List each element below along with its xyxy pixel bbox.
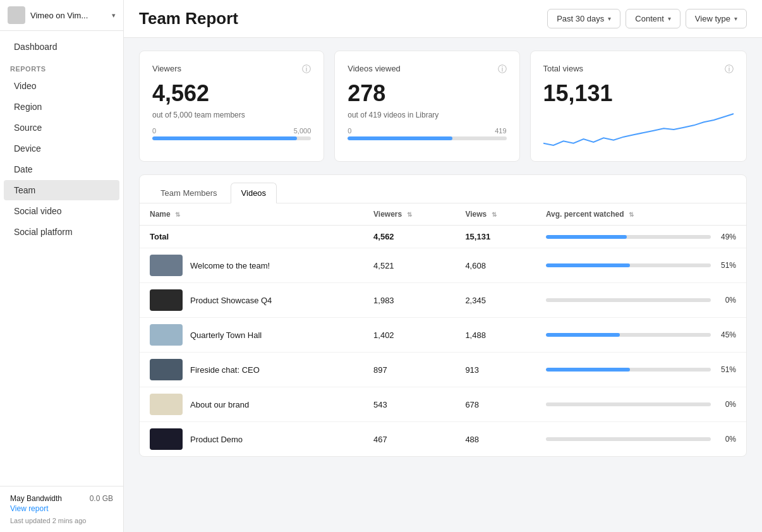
- row-avg-pct: 51%: [536, 353, 746, 387]
- sparkline-chart: [543, 111, 734, 148]
- row-name: Product Showcase Q4: [140, 283, 363, 318]
- view-report-link[interactable]: View report: [10, 504, 48, 513]
- sidebar-item-social-platform[interactable]: Social platform: [4, 222, 119, 242]
- total-views-info-icon[interactable]: ⓘ: [725, 64, 734, 75]
- col-name-sort-icon: ⇅: [175, 211, 180, 218]
- videos-viewed-bar: 0 419: [348, 127, 506, 140]
- total-views-card: Total views ⓘ 15,131: [530, 51, 747, 162]
- row-avg-pct: 0%: [536, 387, 746, 422]
- sidebar-item-region[interactable]: Region: [4, 97, 119, 117]
- video-thumbnail: [150, 394, 183, 415]
- viewers-label: Viewers: [152, 64, 181, 73]
- tab-videos[interactable]: Videos: [231, 183, 277, 203]
- row-views: 913: [455, 353, 536, 387]
- sidebar-item-video[interactable]: Video: [4, 76, 119, 96]
- row-viewers: 4,521: [363, 248, 455, 283]
- workspace-chevron-icon: ▾: [112, 11, 116, 20]
- table-row: Fireside chat: CEO 897 913 51%: [140, 353, 746, 387]
- row-views: 1,488: [455, 318, 536, 353]
- table-row: About our brand 543 678 0%: [140, 387, 746, 422]
- viewers-card: Viewers ⓘ 4,562 out of 5,000 team member…: [139, 51, 324, 162]
- row-name: Fireside chat: CEO: [140, 353, 363, 387]
- row-name: About our brand: [140, 387, 363, 422]
- videos-viewed-card: Videos viewed ⓘ 278 out of 419 videos in…: [334, 51, 519, 162]
- table-row: Quarterly Town Hall 1,402 1,488 45%: [140, 318, 746, 353]
- total-name: Total: [140, 226, 363, 248]
- reports-section-label: REPORTS: [0, 57, 123, 75]
- row-avg-pct: 45%: [536, 318, 746, 353]
- past30-chevron-icon: ▾: [608, 15, 611, 22]
- table-tabs: Team Members Videos: [140, 175, 746, 203]
- col-viewers[interactable]: Viewers ⇅: [363, 203, 455, 226]
- sidebar-item-dashboard[interactable]: Dashboard: [4, 37, 119, 57]
- sidebar-item-device[interactable]: Device: [4, 138, 119, 159]
- viewers-info-icon[interactable]: ⓘ: [302, 64, 311, 75]
- table-row: Product Demo 467 488 0%: [140, 422, 746, 457]
- row-name: Product Demo: [140, 422, 363, 457]
- page-title: Team Report: [139, 9, 238, 28]
- row-viewers: 1,402: [363, 318, 455, 353]
- past30-button[interactable]: Past 30 days ▾: [547, 9, 620, 28]
- table-row: Welcome to the team! 4,521 4,608 51%: [140, 248, 746, 283]
- table-section: Team Members Videos Name ⇅ Viewers: [139, 174, 747, 457]
- workspace-icon: [8, 6, 25, 24]
- video-thumbnail: [150, 359, 183, 380]
- sidebar-item-team[interactable]: Team: [4, 180, 119, 200]
- content-chevron-icon: ▾: [668, 15, 671, 22]
- viewtype-button[interactable]: View type ▾: [686, 9, 747, 28]
- total-views-value: 15,131: [543, 80, 734, 107]
- sidebar-footer: May Bandwidth 0.0 GB View report Last up…: [0, 486, 123, 532]
- video-thumbnail: [150, 289, 183, 311]
- row-viewers: 543: [363, 387, 455, 422]
- col-views[interactable]: Views ⇅: [455, 203, 536, 226]
- stats-row: Viewers ⓘ 4,562 out of 5,000 team member…: [139, 51, 747, 162]
- row-avg-pct: 51%: [536, 248, 746, 283]
- col-views-sort-icon: ⇅: [492, 211, 497, 218]
- sparkline-svg: [543, 111, 734, 148]
- workspace-name: Vimeo on Vim...: [30, 11, 107, 20]
- bandwidth-value: 0.0 GB: [90, 494, 113, 503]
- main-header: Team Report Past 30 days ▾ Content ▾ Vie…: [124, 0, 762, 38]
- row-avg-pct: 0%: [536, 422, 746, 457]
- workspace-selector[interactable]: Vimeo on Vim... ▾: [0, 0, 123, 31]
- total-views-label: Total views: [543, 64, 584, 73]
- col-avg-sort-icon: ⇅: [629, 211, 634, 218]
- videos-viewed-info-icon[interactable]: ⓘ: [498, 64, 507, 75]
- sidebar-item-source[interactable]: Source: [4, 118, 119, 138]
- tab-team-members[interactable]: Team Members: [150, 183, 228, 203]
- content-button[interactable]: Content ▾: [626, 9, 680, 28]
- total-viewers: 4,562: [363, 226, 455, 248]
- videos-viewed-label: Videos viewed: [348, 64, 401, 73]
- total-avg-pct: 49%: [536, 226, 746, 248]
- main-scrollable: Viewers ⓘ 4,562 out of 5,000 team member…: [124, 38, 762, 532]
- main-content-area: Team Report Past 30 days ▾ Content ▾ Vie…: [124, 0, 762, 532]
- bandwidth-label: May Bandwidth: [10, 494, 62, 503]
- last-updated: Last updated 2 mins ago: [10, 517, 113, 524]
- row-views: 678: [455, 387, 536, 422]
- sidebar-item-social-video[interactable]: Social video: [4, 201, 119, 221]
- row-views: 2,345: [455, 283, 536, 318]
- viewers-bar: 0 5,000: [152, 127, 311, 140]
- videos-viewed-value: 278: [348, 80, 506, 107]
- row-viewers: 1,983: [363, 283, 455, 318]
- table-row-total: Total 4,562 15,131 49%: [140, 226, 746, 248]
- viewers-sublabel: out of 5,000 team members: [152, 111, 311, 119]
- table-row: Product Showcase Q4 1,983 2,345 0%: [140, 283, 746, 318]
- video-thumbnail: [150, 428, 183, 450]
- row-views: 488: [455, 422, 536, 457]
- col-viewers-sort-icon: ⇅: [407, 211, 412, 218]
- viewtype-chevron-icon: ▾: [734, 15, 737, 22]
- videos-table: Name ⇅ Viewers ⇅ Views ⇅ Avg. percent: [140, 203, 746, 456]
- sidebar-nav: Dashboard REPORTS Video Region Source De…: [0, 31, 123, 486]
- row-name: Welcome to the team!: [140, 248, 363, 283]
- header-actions: Past 30 days ▾ Content ▾ View type ▾: [547, 9, 747, 28]
- row-viewers: 897: [363, 353, 455, 387]
- total-views: 15,131: [455, 226, 536, 248]
- sidebar-item-date[interactable]: Date: [4, 159, 119, 179]
- row-avg-pct: 0%: [536, 283, 746, 318]
- video-thumbnail: [150, 324, 183, 346]
- row-name: Quarterly Town Hall: [140, 318, 363, 353]
- col-avg-pct[interactable]: Avg. percent watched ⇅: [536, 203, 746, 226]
- row-viewers: 467: [363, 422, 455, 457]
- col-name[interactable]: Name ⇅: [140, 203, 363, 226]
